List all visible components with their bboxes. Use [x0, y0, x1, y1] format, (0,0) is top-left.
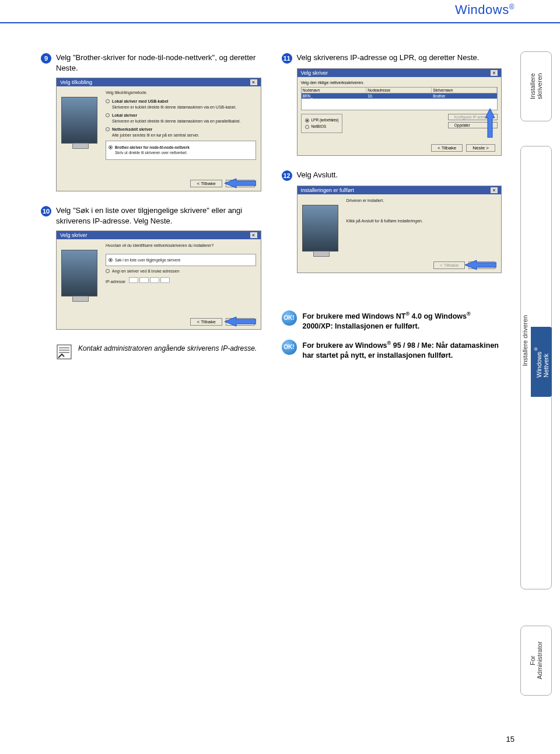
- back-button: < Tilbake: [190, 180, 222, 187]
- step-number-12: 12: [282, 170, 292, 181]
- step-11: 11 Velg skriverens IP-adresse og LPR, og…: [282, 53, 502, 156]
- step-10: 10 Velg "Søk i en liste over tilgjengeli…: [41, 205, 261, 330]
- step-number-11: 11: [282, 53, 292, 64]
- screenshot-step-10: Velg skriver× Hvordan vil du identifiser…: [56, 231, 261, 330]
- page-number: 15: [506, 735, 514, 743]
- step-text-12: Velg Avslutt.: [297, 170, 502, 180]
- svg-marker-1: [225, 317, 256, 326]
- step-text-9: Velg "Brother-skriver for node-til-node-…: [56, 53, 261, 73]
- monitor-icon: [61, 250, 97, 296]
- arrow-callout-icon: [465, 259, 496, 271]
- ok-note-9x: OK! For brukere av Windows® 95 / 98 / Me…: [282, 340, 502, 361]
- screenshot-step-9: Velg tilkobling× Velg tilkoblingsmetode.…: [56, 78, 261, 191]
- close-icon: ×: [491, 70, 498, 76]
- arrow-callout-icon: [225, 177, 256, 190]
- page-header: Windows®: [0, 0, 560, 23]
- ok-icon: OK!: [282, 340, 297, 355]
- note-text: Kontakt administratoren angående skriver…: [78, 344, 257, 360]
- ok-note-nt: OK! For brukere med Windows NT® 4.0 og W…: [282, 310, 502, 331]
- back-button: < Tilbake: [433, 261, 465, 269]
- back-button: < Tilbake: [431, 144, 463, 152]
- side-tab-windows-network: Windows®Nettverk: [531, 327, 552, 397]
- screenshot-step-12: Installeringen er fullført× Driveren er …: [297, 186, 502, 273]
- close-icon: ×: [250, 79, 257, 85]
- step-text-10: Velg "Søk i en liste over tilgjengelige …: [56, 205, 261, 226]
- svg-marker-6: [485, 109, 495, 138]
- step-text-11: Velg skriverens IP-adresse og LPR, og de…: [297, 53, 502, 63]
- arrow-callout-icon: [484, 109, 496, 138]
- step-number-10: 10: [41, 206, 51, 217]
- monitor-icon: [302, 205, 338, 252]
- screenshot-step-11: Velg skriver× Velg den riktige nettverks…: [297, 68, 502, 156]
- close-icon: ×: [250, 232, 257, 238]
- step-number-9: 9: [41, 53, 51, 64]
- side-tab-administrator: ForAdministrator: [520, 626, 552, 696]
- side-tab-install-driver-label: Installere driveren: [522, 315, 528, 366]
- step-12: 12 Velg Avslutt. Installeringen er fullf…: [282, 170, 502, 273]
- note-icon: [56, 344, 72, 360]
- next-button: Neste >: [466, 144, 495, 152]
- ok-icon: OK!: [282, 310, 297, 326]
- side-tab-install-printer: Installereskriveren: [520, 51, 552, 121]
- close-icon: ×: [491, 187, 498, 193]
- arrow-callout-icon: [225, 315, 256, 328]
- step-9: 9 Velg "Brother-skriver for node-til-nod…: [41, 53, 261, 191]
- svg-marker-7: [465, 260, 496, 270]
- admin-note: Kontakt administratoren angående skriver…: [56, 344, 261, 360]
- page-title: Windows®: [455, 2, 514, 18]
- svg-marker-0: [225, 179, 256, 188]
- monitor-icon: [61, 97, 97, 144]
- back-button: < Tilbake: [190, 318, 222, 326]
